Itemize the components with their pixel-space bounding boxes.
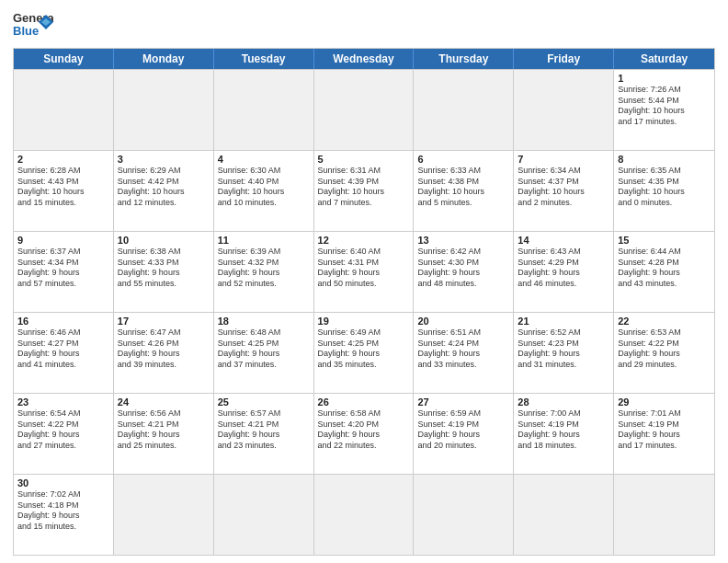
day-number: 17	[118, 316, 210, 327]
day-number: 3	[118, 154, 210, 165]
cell-info: Sunrise: 6:47 AM Sunset: 4:26 PM Dayligh…	[118, 327, 210, 371]
calendar-cell: 4Sunrise: 6:30 AM Sunset: 4:40 PM Daylig…	[214, 151, 314, 231]
calendar-cell: 2Sunrise: 6:28 AM Sunset: 4:43 PM Daylig…	[14, 151, 114, 231]
weekday-header-thursday: Thursday	[414, 49, 514, 69]
day-number: 24	[118, 396, 210, 408]
day-number: 18	[218, 316, 310, 327]
calendar-row-4: 16Sunrise: 6:46 AM Sunset: 4:27 PM Dayli…	[14, 312, 714, 393]
weekday-header-friday: Friday	[514, 49, 614, 69]
day-number: 7	[518, 154, 609, 165]
day-number: 2	[17, 154, 109, 165]
day-number: 4	[218, 154, 310, 165]
calendar-cell: 19Sunrise: 6:49 AM Sunset: 4:25 PM Dayli…	[314, 313, 415, 393]
weekday-header-saturday: Saturday	[614, 49, 714, 69]
weekday-header-monday: Monday	[114, 49, 214, 69]
day-number: 9	[17, 235, 109, 246]
calendar-cell	[214, 475, 314, 555]
cell-info: Sunrise: 7:01 AM Sunset: 4:19 PM Dayligh…	[618, 408, 711, 452]
calendar-cell: 9Sunrise: 6:37 AM Sunset: 4:34 PM Daylig…	[14, 232, 114, 312]
calendar-cell	[614, 475, 714, 555]
calendar-cell: 17Sunrise: 6:47 AM Sunset: 4:26 PM Dayli…	[114, 313, 214, 393]
day-number: 19	[318, 316, 410, 327]
calendar-cell: 28Sunrise: 7:00 AM Sunset: 4:19 PM Dayli…	[514, 394, 614, 474]
calendar-cell: 1Sunrise: 7:26 AM Sunset: 5:44 PM Daylig…	[614, 70, 714, 150]
calendar-cell: 21Sunrise: 6:52 AM Sunset: 4:23 PM Dayli…	[514, 313, 614, 393]
cell-info: Sunrise: 6:49 AM Sunset: 4:25 PM Dayligh…	[318, 327, 410, 371]
cell-info: Sunrise: 7:00 AM Sunset: 4:19 PM Dayligh…	[518, 408, 609, 452]
day-number: 29	[618, 396, 711, 408]
calendar-cell: 20Sunrise: 6:51 AM Sunset: 4:24 PM Dayli…	[414, 313, 514, 393]
cell-info: Sunrise: 6:51 AM Sunset: 4:24 PM Dayligh…	[417, 327, 509, 371]
calendar-cell: 22Sunrise: 6:53 AM Sunset: 4:22 PM Dayli…	[614, 313, 714, 393]
day-number: 28	[518, 396, 609, 408]
page: General Blue SundayMondayTuesdayWednesda…	[0, 0, 728, 563]
cell-info: Sunrise: 6:59 AM Sunset: 4:19 PM Dayligh…	[417, 408, 509, 452]
day-number: 27	[417, 396, 509, 408]
calendar-cell: 29Sunrise: 7:01 AM Sunset: 4:19 PM Dayli…	[614, 394, 714, 474]
logo-area: General Blue	[13, 9, 53, 42]
calendar-cell: 7Sunrise: 6:34 AM Sunset: 4:37 PM Daylig…	[514, 151, 614, 231]
cell-info: Sunrise: 6:37 AM Sunset: 4:34 PM Dayligh…	[17, 247, 109, 290]
day-number: 30	[17, 477, 109, 488]
calendar: SundayMondayTuesdayWednesdayThursdayFrid…	[13, 48, 715, 556]
cell-info: Sunrise: 6:56 AM Sunset: 4:21 PM Dayligh…	[118, 408, 210, 452]
calendar-cell: 10Sunrise: 6:38 AM Sunset: 4:33 PM Dayli…	[114, 232, 214, 312]
calendar-header: SundayMondayTuesdayWednesdayThursdayFrid…	[14, 49, 714, 69]
cell-info: Sunrise: 6:28 AM Sunset: 4:43 PM Dayligh…	[17, 166, 109, 209]
calendar-cell	[314, 70, 415, 150]
day-number: 10	[118, 235, 210, 246]
logo-wrapper: General Blue	[13, 9, 53, 42]
logo-icon: General Blue	[13, 9, 53, 42]
day-number: 13	[417, 235, 509, 246]
calendar-cell: 27Sunrise: 6:59 AM Sunset: 4:19 PM Dayli…	[414, 394, 514, 474]
cell-info: Sunrise: 6:30 AM Sunset: 4:40 PM Dayligh…	[218, 166, 310, 209]
cell-info: Sunrise: 6:52 AM Sunset: 4:23 PM Dayligh…	[518, 327, 609, 371]
day-number: 15	[618, 235, 711, 246]
cell-info: Sunrise: 6:38 AM Sunset: 4:33 PM Dayligh…	[118, 247, 210, 290]
calendar-cell: 15Sunrise: 6:44 AM Sunset: 4:28 PM Dayli…	[614, 232, 714, 312]
calendar-cell: 12Sunrise: 6:40 AM Sunset: 4:31 PM Dayli…	[314, 232, 415, 312]
calendar-cell	[214, 70, 314, 150]
calendar-row-1: 1Sunrise: 7:26 AM Sunset: 5:44 PM Daylig…	[14, 69, 714, 150]
day-number: 11	[218, 235, 310, 246]
header: General Blue	[13, 9, 715, 42]
day-number: 20	[417, 316, 509, 327]
calendar-cell: 30Sunrise: 7:02 AM Sunset: 4:18 PM Dayli…	[14, 475, 114, 555]
calendar-cell: 26Sunrise: 6:58 AM Sunset: 4:20 PM Dayli…	[314, 394, 415, 474]
svg-text:Blue: Blue	[13, 24, 39, 38]
calendar-cell: 13Sunrise: 6:42 AM Sunset: 4:30 PM Dayli…	[414, 232, 514, 312]
calendar-cell: 11Sunrise: 6:39 AM Sunset: 4:32 PM Dayli…	[214, 232, 314, 312]
calendar-cell: 14Sunrise: 6:43 AM Sunset: 4:29 PM Dayli…	[514, 232, 614, 312]
calendar-row-2: 2Sunrise: 6:28 AM Sunset: 4:43 PM Daylig…	[14, 150, 714, 231]
calendar-cell: 3Sunrise: 6:29 AM Sunset: 4:42 PM Daylig…	[114, 151, 214, 231]
calendar-body: 1Sunrise: 7:26 AM Sunset: 5:44 PM Daylig…	[14, 69, 714, 555]
cell-info: Sunrise: 6:57 AM Sunset: 4:21 PM Dayligh…	[218, 408, 310, 452]
calendar-cell	[114, 70, 214, 150]
calendar-cell: 8Sunrise: 6:35 AM Sunset: 4:35 PM Daylig…	[614, 151, 714, 231]
cell-info: Sunrise: 6:33 AM Sunset: 4:38 PM Dayligh…	[417, 166, 509, 209]
day-number: 22	[618, 316, 711, 327]
day-number: 25	[218, 396, 310, 408]
cell-info: Sunrise: 6:40 AM Sunset: 4:31 PM Dayligh…	[318, 247, 410, 290]
weekday-header-wednesday: Wednesday	[314, 49, 415, 69]
cell-info: Sunrise: 6:58 AM Sunset: 4:20 PM Dayligh…	[318, 408, 410, 452]
calendar-row-6: 30Sunrise: 7:02 AM Sunset: 4:18 PM Dayli…	[14, 474, 714, 555]
cell-info: Sunrise: 6:54 AM Sunset: 4:22 PM Dayligh…	[17, 408, 109, 452]
calendar-cell	[514, 475, 614, 555]
calendar-cell: 16Sunrise: 6:46 AM Sunset: 4:27 PM Dayli…	[14, 313, 114, 393]
calendar-cell	[514, 70, 614, 150]
day-number: 12	[318, 235, 410, 246]
day-number: 1	[618, 73, 711, 84]
calendar-cell	[14, 70, 114, 150]
calendar-cell	[414, 475, 514, 555]
cell-info: Sunrise: 6:35 AM Sunset: 4:35 PM Dayligh…	[618, 166, 711, 209]
calendar-cell	[414, 70, 514, 150]
cell-info: Sunrise: 6:42 AM Sunset: 4:30 PM Dayligh…	[417, 247, 509, 290]
calendar-row-3: 9Sunrise: 6:37 AM Sunset: 4:34 PM Daylig…	[14, 231, 714, 312]
calendar-row-5: 23Sunrise: 6:54 AM Sunset: 4:22 PM Dayli…	[14, 393, 714, 474]
cell-info: Sunrise: 6:53 AM Sunset: 4:22 PM Dayligh…	[618, 327, 711, 371]
calendar-cell: 23Sunrise: 6:54 AM Sunset: 4:22 PM Dayli…	[14, 394, 114, 474]
calendar-cell	[114, 475, 214, 555]
cell-info: Sunrise: 6:29 AM Sunset: 4:42 PM Dayligh…	[118, 166, 210, 209]
calendar-cell: 25Sunrise: 6:57 AM Sunset: 4:21 PM Dayli…	[214, 394, 314, 474]
